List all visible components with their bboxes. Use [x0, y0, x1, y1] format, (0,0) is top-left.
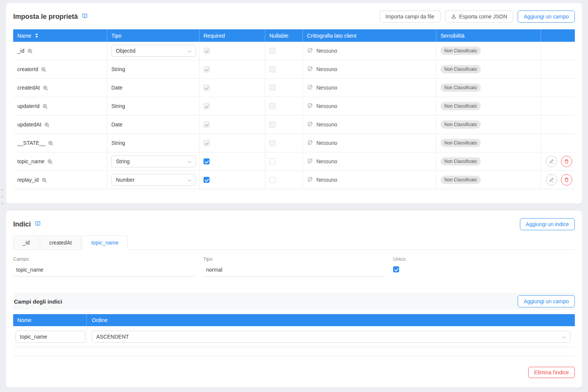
add-index-field-button[interactable]: Aggiungi un campo — [518, 295, 575, 307]
zoom-in-icon[interactable] — [47, 159, 53, 164]
unico-checkbox[interactable] — [393, 266, 399, 272]
header-required: Required — [199, 29, 265, 42]
download-icon — [451, 14, 456, 20]
encryption-cell: Nessuno — [303, 171, 436, 189]
required-checkbox — [204, 103, 210, 109]
tab-createdAt[interactable]: createdAt — [40, 236, 81, 250]
tipo-cell: Date — [107, 79, 199, 97]
tipo-select[interactable]: ObjectId — [111, 45, 196, 57]
add-field-button[interactable]: Aggiungi un campo — [518, 11, 575, 23]
nullable-cell — [265, 97, 303, 115]
index-fields-table-header: Nome Ordine — [13, 314, 575, 326]
actions-cell — [541, 42, 575, 60]
field-name: replay_id — [17, 177, 39, 183]
order-select[interactable]: ASCENDENT — [92, 331, 570, 343]
sensitivity-cell: Non Classificato — [436, 60, 541, 78]
properties-table: Name Tipo Required Nullable Crittografia… — [13, 29, 575, 189]
book-icon[interactable] — [82, 13, 88, 21]
encryption-label: Nessuno — [316, 66, 337, 72]
drag-handle[interactable] — [0, 189, 3, 204]
tipo-cell: ObjectId — [107, 42, 199, 60]
nullable-cell — [265, 152, 303, 170]
encryption-label: Nessuno — [316, 103, 337, 109]
delete-field-button[interactable] — [561, 174, 572, 185]
shield-off-icon — [307, 47, 313, 55]
campo-label: Campo — [13, 256, 194, 262]
sensitivity-cell: Non Classificato — [436, 97, 541, 115]
field-name: creatorId — [17, 66, 38, 72]
tipo-text: String — [111, 140, 125, 146]
tipo-text: String — [111, 66, 125, 72]
nullable-checkbox — [269, 122, 275, 128]
shield-off-icon — [307, 84, 313, 91]
name-cell: _id — [13, 42, 107, 60]
actions-cell — [541, 171, 575, 189]
encryption-label: Nessuno — [316, 85, 337, 91]
shield-off-icon — [307, 158, 313, 165]
tipo-cell: String — [107, 97, 199, 115]
name-cell: topic_name — [13, 152, 107, 170]
nullable-checkbox[interactable] — [269, 177, 275, 183]
encryption-cell: Nessuno — [303, 60, 436, 78]
required-checkbox[interactable] — [204, 177, 210, 183]
export-json-button[interactable]: Esporta come JSON — [445, 11, 514, 23]
header-nome: Nome — [13, 314, 87, 326]
index-field-name-input[interactable]: topic_name — [15, 331, 85, 343]
encryption-label: Nessuno — [316, 158, 337, 164]
sensitivity-cell: Non Classificato — [436, 152, 541, 170]
nullable-checkbox[interactable] — [269, 158, 275, 164]
zoom-in-icon[interactable] — [41, 67, 46, 72]
header-tipo: Tipo — [107, 29, 199, 42]
required-cell — [199, 134, 265, 152]
book-icon[interactable] — [35, 220, 41, 228]
zoom-in-icon[interactable] — [43, 85, 48, 91]
header-actions — [541, 29, 575, 42]
sensitivity-badge: Non Classificato — [441, 47, 481, 55]
delete-field-button[interactable] — [561, 156, 572, 167]
required-checkbox[interactable] — [204, 158, 210, 164]
zoom-in-icon[interactable] — [48, 141, 53, 146]
sort-icon[interactable] — [35, 33, 38, 38]
delete-index-button[interactable]: Elimina l'indice — [528, 367, 575, 378]
table-row: _id ObjectId — [13, 42, 575, 60]
required-checkbox — [204, 48, 210, 54]
required-cell — [199, 97, 265, 115]
zoom-in-icon[interactable] — [44, 122, 50, 128]
ordine-cell: ASCENDENT — [87, 326, 575, 347]
edit-field-button[interactable] — [546, 156, 557, 167]
shield-off-icon — [307, 140, 313, 147]
nullable-checkbox — [269, 66, 275, 72]
tipo-input[interactable]: normal — [203, 267, 384, 277]
tab-_id[interactable]: _id — [13, 236, 39, 250]
zoom-in-icon[interactable] — [43, 104, 48, 109]
tipo-text: Date — [111, 85, 123, 91]
edit-field-button[interactable] — [546, 174, 557, 185]
required-cell — [199, 152, 265, 170]
actions-cell — [541, 115, 575, 134]
zoom-in-icon[interactable] — [42, 178, 47, 183]
footer-divider — [13, 356, 575, 356]
campo-input[interactable]: topic_name — [13, 267, 194, 277]
required-cell — [199, 115, 265, 134]
field-name: _id — [17, 48, 24, 54]
zoom-in-icon[interactable] — [27, 49, 33, 54]
encryption-cell: Nessuno — [303, 115, 436, 134]
header-name[interactable]: Name — [13, 29, 107, 42]
add-index-button[interactable]: Aggiungi un indice — [520, 218, 575, 230]
header-ordine: Ordine — [87, 314, 575, 326]
tipo-select[interactable]: Number — [111, 174, 196, 186]
table-row: updaterId String — [13, 97, 575, 115]
tipo-select[interactable]: String — [111, 155, 196, 167]
tipo-label: Tipo — [203, 256, 384, 262]
sensitivity-cell: Non Classificato — [436, 79, 541, 97]
shield-off-icon — [307, 103, 313, 110]
tipo-cell: String — [107, 134, 199, 152]
import-fields-button[interactable]: Importa campi da file — [380, 11, 441, 23]
nullable-checkbox — [269, 48, 275, 54]
sensitivity-badge: Non Classificato — [441, 157, 481, 166]
campo-field: Campo topic_name — [13, 256, 194, 277]
required-cell — [199, 60, 265, 78]
index-tabs: _id createdAt topic_name — [13, 236, 575, 250]
field-name: createdAt — [17, 85, 40, 91]
tab-topic_name[interactable]: topic_name — [82, 236, 128, 250]
